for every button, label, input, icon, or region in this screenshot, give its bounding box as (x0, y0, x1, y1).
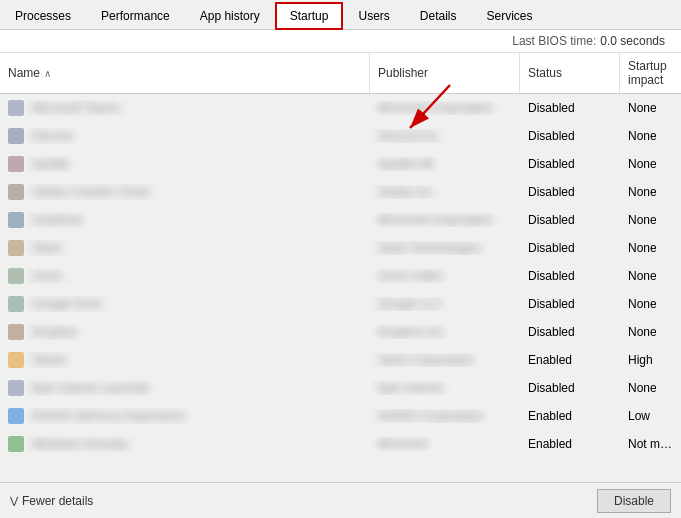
impact-cell: None (620, 381, 681, 395)
app-icon (8, 240, 24, 256)
bios-label: Last BIOS time: (512, 34, 596, 48)
impact-cell: None (620, 185, 681, 199)
col-header-impact[interactable]: Startup impact (620, 53, 681, 93)
publisher-cell: Valve Corporation (370, 353, 520, 367)
status-cell: Enabled (520, 409, 620, 423)
app-name: Slack (32, 241, 61, 255)
info-bar: Last BIOS time: 0.0 seconds (0, 30, 681, 53)
publisher-cell: Adobe Inc. (370, 185, 520, 199)
publisher-name: Microsoft Corporation (378, 213, 493, 227)
table-row[interactable]: SteamValve CorporationEnabledHigh (0, 346, 681, 374)
tab-performance[interactable]: Performance (86, 2, 185, 29)
publisher-cell: Microsoft (370, 437, 520, 451)
app-name: Epic Games Launcher (32, 381, 151, 395)
table-row[interactable]: OneDriveMicrosoft CorporationDisabledNon… (0, 206, 681, 234)
app-name: Spotify (32, 157, 69, 171)
table-row[interactable]: ZoomZoom VideoDisabledNone (0, 262, 681, 290)
app-name: Steam (32, 353, 67, 367)
impact-cell: None (620, 325, 681, 339)
app-name: OneDrive (32, 213, 83, 227)
name-cell: Google Drive (0, 296, 370, 312)
status-cell: Disabled (520, 213, 620, 227)
name-cell: Spotify (0, 156, 370, 172)
name-cell: Windows Security (0, 436, 370, 452)
impact-cell: None (620, 157, 681, 171)
app-icon (8, 436, 24, 452)
impact-cell: None (620, 101, 681, 115)
tab-apphistory[interactable]: App history (185, 2, 275, 29)
impact-cell: Not measured (620, 437, 681, 451)
table-row[interactable]: SlackSlack TechnologiesDisabledNone (0, 234, 681, 262)
publisher-cell: NVIDIA Corporation (370, 409, 520, 423)
publisher-cell: Microsoft Corporation (370, 101, 520, 115)
col-header-publisher[interactable]: Publisher (370, 53, 520, 93)
col-status-label: Status (528, 66, 562, 80)
name-cell: Slack (0, 240, 370, 256)
status-cell: Enabled (520, 353, 620, 367)
app-icon (8, 156, 24, 172)
table-row[interactable]: DropboxDropbox Inc.DisabledNone (0, 318, 681, 346)
tab-bar: ProcessesPerformanceApp historyStartupUs… (0, 0, 681, 30)
app-icon (8, 380, 24, 396)
publisher-name: Google LLC (378, 297, 442, 311)
publisher-cell: Zoom Video (370, 269, 520, 283)
tab-startup[interactable]: Startup (275, 2, 344, 30)
publisher-cell: Dropbox Inc. (370, 325, 520, 339)
table-row[interactable]: Epic Games LauncherEpic GamesDisabledNon… (0, 374, 681, 402)
app-name: Windows Security (32, 437, 127, 451)
col-publisher-label: Publisher (378, 66, 428, 80)
publisher-name: Adobe Inc. (378, 185, 435, 199)
name-cell: Zoom (0, 268, 370, 284)
col-header-status[interactable]: Status (520, 53, 620, 93)
publisher-name: Dropbox Inc. (378, 325, 446, 339)
publisher-name: Microsoft (378, 437, 427, 451)
name-cell: Adobe Creative Cloud (0, 184, 370, 200)
table-row[interactable]: NVIDIA GeForce ExperienceNVIDIA Corporat… (0, 402, 681, 430)
publisher-cell: Microsoft Corporation (370, 213, 520, 227)
status-cell: Disabled (520, 185, 620, 199)
name-cell: Discord (0, 128, 370, 144)
table-row[interactable]: Windows SecurityMicrosoftEnabledNot meas… (0, 430, 681, 458)
name-cell: OneDrive (0, 212, 370, 228)
app-icon (8, 100, 24, 116)
table-row[interactable]: DiscordDiscord Inc.DisabledNone (0, 122, 681, 150)
impact-cell: Low (620, 409, 681, 423)
status-cell: Disabled (520, 381, 620, 395)
impact-cell: None (620, 297, 681, 311)
table-row[interactable]: SpotifySpotify ABDisabledNone (0, 150, 681, 178)
app-icon (8, 268, 24, 284)
fewer-details-label: Fewer details (22, 494, 93, 508)
table-container: Name ∧ Publisher Status Startup impact M… (0, 53, 681, 482)
bottom-bar: ⋁ Fewer details Disable (0, 482, 681, 518)
publisher-cell: Spotify AB (370, 157, 520, 171)
publisher-name: Discord Inc. (378, 129, 441, 143)
col-name-label: Name (8, 66, 40, 80)
sort-arrow-name: ∧ (44, 68, 51, 79)
fewer-details-button[interactable]: ⋁ Fewer details (10, 494, 93, 508)
app-icon (8, 212, 24, 228)
table-row[interactable]: Microsoft TeamsMicrosoft CorporationDisa… (0, 94, 681, 122)
tab-processes[interactable]: Processes (0, 2, 86, 29)
publisher-name: Slack Technologies (378, 241, 481, 255)
publisher-name: Epic Games (378, 381, 443, 395)
app-name: Microsoft Teams (32, 101, 119, 115)
table-row[interactable]: Adobe Creative CloudAdobe Inc.DisabledNo… (0, 178, 681, 206)
app-icon (8, 324, 24, 340)
publisher-cell: Slack Technologies (370, 241, 520, 255)
tab-details[interactable]: Details (405, 2, 472, 29)
tab-services[interactable]: Services (472, 2, 548, 29)
publisher-cell: Epic Games (370, 381, 520, 395)
status-cell: Disabled (520, 129, 620, 143)
status-cell: Disabled (520, 157, 620, 171)
app-name: Adobe Creative Cloud (32, 185, 149, 199)
publisher-name: Spotify AB (378, 157, 433, 171)
col-header-name[interactable]: Name ∧ (0, 53, 370, 93)
app-icon (8, 184, 24, 200)
disable-button[interactable]: Disable (597, 489, 671, 513)
publisher-name: Zoom Video (378, 269, 442, 283)
app-icon (8, 352, 24, 368)
status-cell: Enabled (520, 437, 620, 451)
table-row[interactable]: Google DriveGoogle LLCDisabledNone (0, 290, 681, 318)
tab-users[interactable]: Users (343, 2, 404, 29)
publisher-name: NVIDIA Corporation (378, 409, 483, 423)
